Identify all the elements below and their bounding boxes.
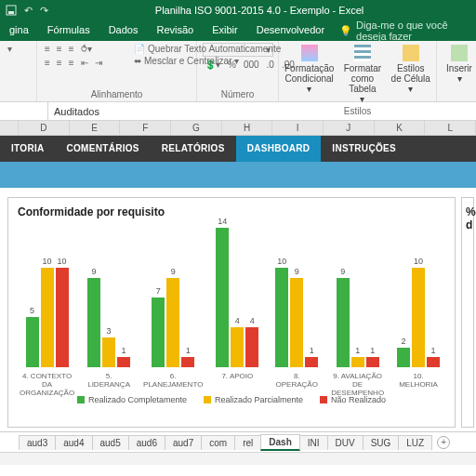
col-header[interactable]: L [425, 121, 476, 135]
bar: 9 [87, 278, 100, 367]
tell-me-label: Diga-me o que você deseja fazer [356, 20, 476, 42]
bar: 1 [305, 357, 318, 367]
format-as-table-button[interactable]: Formatar como Tabela▾ [337, 43, 387, 104]
dashboard-content: Conformidade por requisito 510104. CONTE… [0, 188, 476, 431]
tell-me[interactable]: 💡 Diga-me o que você deseja fazer [339, 20, 476, 41]
category-label: 9. AVALIAÇÃO DE DESEMPENHO [331, 373, 384, 391]
bar: 10 [56, 268, 69, 367]
legend-item: Realizado Completamente [77, 395, 187, 404]
title-bar: ↶ ↷ Planilha ISO 9001-2015 4.0 - Exemplo… [0, 0, 476, 20]
indent-dec-icon[interactable]: ⇤ [79, 57, 90, 69]
bar: 1 [117, 357, 130, 367]
nav-tab[interactable]: ITORIA [0, 136, 56, 162]
bar: 14 [216, 228, 229, 367]
bar: 1 [351, 357, 364, 367]
category-label: 10. MELHORIA [393, 373, 443, 391]
col-header[interactable]: J [324, 121, 375, 135]
formula-input[interactable]: Auditados [48, 104, 476, 119]
undo-icon[interactable]: ↶ [24, 5, 33, 17]
bar: 5 [26, 317, 39, 367]
sheet-tab[interactable]: aud6 [128, 435, 165, 450]
ribbon-tab[interactable]: Fórmulas [38, 20, 99, 41]
sheet-tab[interactable]: DUV [327, 435, 364, 450]
side-card: % d [461, 197, 474, 428]
bar: 4 [245, 327, 258, 367]
sheet-tab[interactable]: aud4 [55, 435, 92, 450]
legend-item: Realizado Parcialmente [204, 395, 303, 404]
align-top-icon[interactable]: ≡ [43, 43, 52, 55]
status-bar [0, 452, 476, 465]
wrap-text-button[interactable]: 📄 Quebrar Texto Automaticamente [132, 43, 283, 55]
paste-split[interactable]: ▾ [6, 43, 14, 55]
bar: 10 [41, 268, 54, 367]
sheet-tab[interactable]: Dash [260, 434, 299, 451]
name-box[interactable] [0, 102, 48, 120]
new-sheet-button[interactable]: + [437, 436, 450, 449]
dashboard-nav: ITORIACOMENTÁRIOSRELATÓRIOSDASHBOARDINST… [0, 136, 476, 162]
lightbulb-icon: 💡 [339, 25, 352, 37]
bar: 9 [337, 278, 350, 367]
category-label: 4. CONTEXTO DA ORGANIZAÇÃO [20, 373, 74, 391]
sheet-tab[interactable]: LUZ [398, 435, 432, 450]
cell-styles-button[interactable]: Estilos de Célula▾ [391, 43, 431, 94]
ribbon: ▾ ≡ ≡ ≡ ⥀▾ ≡ ≡ ≡ ⇤ ⇥ 📄 Quebrar Texto Aut… [0, 41, 476, 102]
orientation-icon[interactable]: ⥀▾ [79, 43, 94, 55]
bar: 7 [152, 298, 165, 367]
side-title: % d [466, 205, 469, 231]
sheet-tab[interactable]: aud3 [19, 435, 56, 450]
conditional-formatting-button[interactable]: Formatação Condicional▾ [284, 43, 334, 94]
col-header[interactable]: I [272, 121, 324, 135]
align-left-icon[interactable]: ≡ [43, 57, 52, 69]
column-headers: D E F G H I J K L [0, 121, 476, 136]
bar: 1 [181, 357, 194, 367]
ribbon-tab[interactable]: gina [0, 20, 38, 41]
group-label-number: Número [203, 89, 272, 99]
bar: 3 [102, 337, 115, 367]
bar: 4 [231, 327, 244, 367]
chart-area: 510104. CONTEXTO DA ORGANIZAÇÃO9315. LID… [18, 224, 445, 391]
group-label-alignment: Alinhamento [43, 89, 191, 99]
sheet-tab[interactable]: com [201, 435, 235, 450]
sheet-tab[interactable]: INI [299, 435, 328, 450]
col-header[interactable]: K [375, 121, 426, 135]
window-title: Planilha ISO 9001-2015 4.0 - Exemplo - E… [48, 5, 470, 16]
merge-center-button[interactable]: ⬌ Mesclar e Centralizar ▾ [132, 55, 241, 67]
bar: 2 [397, 348, 410, 367]
ribbon-tab[interactable]: Exibir [203, 20, 247, 41]
category-label: 5. LIDERANÇA [84, 373, 134, 391]
ribbon-tab[interactable]: Dados [99, 20, 148, 41]
nav-tab[interactable]: INSTRUÇÕES [321, 136, 407, 162]
sheet-tab[interactable]: aud7 [165, 435, 202, 450]
nav-tab[interactable]: COMENTÁRIOS [56, 136, 151, 162]
indent-inc-icon[interactable]: ⇥ [93, 57, 104, 69]
col-header[interactable]: G [171, 121, 222, 135]
chart-card: Conformidade por requisito 510104. CONTE… [7, 197, 456, 428]
align-right-icon[interactable]: ≡ [67, 57, 76, 69]
category-label: 8. OPERAÇÃO [271, 373, 322, 391]
align-mid-icon[interactable]: ≡ [55, 43, 64, 55]
bar: 10 [412, 268, 425, 367]
ribbon-tabs: gina Fórmulas Dados Revisão Exibir Desen… [0, 20, 476, 41]
ribbon-tab[interactable]: Revisão [147, 20, 203, 41]
align-bot-icon[interactable]: ≡ [67, 43, 76, 55]
insert-cells-button[interactable]: Inserir▾ [443, 43, 476, 84]
col-header[interactable]: H [222, 121, 273, 135]
chart-title: Conformidade por requisito [18, 205, 445, 218]
svg-rect-1 [8, 11, 14, 14]
dashboard-subbar [0, 162, 476, 188]
sheet-tab[interactable]: rel [234, 435, 261, 450]
nav-tab[interactable]: DASHBOARD [236, 136, 322, 162]
bar: 10 [275, 268, 288, 367]
bar: 9 [290, 278, 303, 367]
sheet-tab[interactable]: SUG [363, 435, 400, 450]
align-center-icon[interactable]: ≡ [55, 57, 64, 69]
col-header[interactable]: F [120, 121, 171, 135]
redo-icon[interactable]: ↷ [40, 5, 48, 17]
sheet-tab[interactable]: aud5 [92, 435, 129, 450]
formula-bar: Auditados [0, 102, 476, 121]
ribbon-tab[interactable]: Desenvolvedor [247, 20, 334, 41]
nav-tab[interactable]: RELATÓRIOS [151, 136, 236, 162]
col-header[interactable]: D [19, 121, 70, 135]
save-icon[interactable] [6, 5, 17, 16]
col-header[interactable]: E [70, 121, 121, 135]
